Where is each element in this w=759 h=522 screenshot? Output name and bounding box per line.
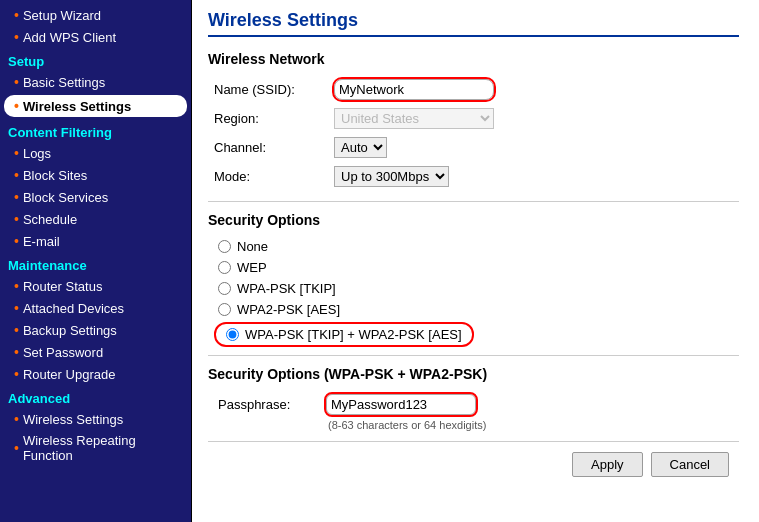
sidebar-item-setup-wizard[interactable]: • Setup Wizard: [0, 4, 191, 26]
sidebar-item-router-status[interactable]: • Router Status: [0, 275, 191, 297]
radio-wpa-wpa2-input[interactable]: [226, 328, 239, 341]
sidebar-item-label: Basic Settings: [23, 75, 105, 90]
region-label: Region:: [208, 104, 328, 133]
sidebar-section-advanced: Advanced: [0, 385, 191, 408]
sidebar-item-label: Setup Wizard: [23, 8, 101, 23]
bullet-icon: •: [14, 211, 19, 227]
ssid-circled-input: [334, 79, 494, 100]
channel-value-cell: Auto 1234 5678 91011: [328, 133, 739, 162]
security-options-section: Security Options None WEP WPA-PSK [TKIP]…: [208, 201, 739, 349]
bullet-icon: •: [14, 440, 19, 456]
radio-wpa2-psk-aes: WPA2-PSK [AES]: [208, 299, 739, 320]
bullet-icon: •: [14, 233, 19, 249]
passphrase-row: Passphrase:: [208, 390, 739, 419]
ssid-label: Name (SSID):: [208, 75, 328, 104]
sidebar-item-router-upgrade[interactable]: • Router Upgrade: [0, 363, 191, 385]
channel-select[interactable]: Auto 1234 5678 91011: [334, 137, 387, 158]
radio-wpa-psk-tkip: WPA-PSK [TKIP]: [208, 278, 739, 299]
sidebar-item-label: Wireless Settings: [23, 99, 131, 114]
sidebar-section-maintenance: Maintenance: [0, 252, 191, 275]
passphrase-hint: (8-63 characters or 64 hexdigits): [208, 419, 739, 431]
sidebar-section-content-filtering: Content Filtering: [0, 119, 191, 142]
apply-button[interactable]: Apply: [572, 452, 643, 477]
sidebar-item-label: Wireless Settings: [23, 412, 123, 427]
sidebar-item-wireless-repeating[interactable]: • Wireless Repeating Function: [0, 430, 191, 466]
bullet-icon: •: [14, 74, 19, 90]
ssid-row: Name (SSID):: [208, 75, 739, 104]
sidebar-item-backup-settings[interactable]: • Backup Settings: [0, 319, 191, 341]
sidebar-item-schedule[interactable]: • Schedule: [0, 208, 191, 230]
radio-wep-label: WEP: [237, 260, 267, 275]
bullet-icon: •: [14, 344, 19, 360]
channel-row: Channel: Auto 1234 5678 91011: [208, 133, 739, 162]
security-options-bottom-title: Security Options (WPA-PSK + WPA2-PSK): [208, 366, 739, 382]
sidebar-item-adv-wireless-settings[interactable]: • Wireless Settings: [0, 408, 191, 430]
sidebar: • Setup Wizard • Add WPS Client Setup • …: [0, 0, 192, 522]
sidebar-item-label: Block Services: [23, 190, 108, 205]
mode-label: Mode:: [208, 162, 328, 191]
sidebar-item-set-password[interactable]: • Set Password: [0, 341, 191, 363]
sidebar-item-block-services[interactable]: • Block Services: [0, 186, 191, 208]
region-value-cell: United States: [328, 104, 739, 133]
sidebar-item-label: E-mail: [23, 234, 60, 249]
mode-select[interactable]: Up to 300Mbps Up to 54Mbps Up to 130Mbps: [334, 166, 449, 187]
radio-none-label: None: [237, 239, 268, 254]
sidebar-section-setup: Setup: [0, 48, 191, 71]
wireless-network-section-title: Wireless Network: [208, 51, 739, 67]
sidebar-item-wireless-settings[interactable]: • Wireless Settings: [4, 95, 187, 117]
radio-wpa2-psk-aes-input[interactable]: [218, 303, 231, 316]
sidebar-item-add-wps-client[interactable]: • Add WPS Client: [0, 26, 191, 48]
sidebar-item-logs[interactable]: • Logs: [0, 142, 191, 164]
sidebar-item-label: Logs: [23, 146, 51, 161]
security-options-passphrase-section: Security Options (WPA-PSK + WPA2-PSK) Pa…: [208, 355, 739, 431]
sidebar-item-label: Wireless Repeating Function: [23, 433, 183, 463]
bullet-icon: •: [14, 366, 19, 382]
sidebar-item-label: Block Sites: [23, 168, 87, 183]
passphrase-circled: [326, 394, 476, 415]
sidebar-item-label: Add WPS Client: [23, 30, 116, 45]
region-row: Region: United States: [208, 104, 739, 133]
sidebar-item-email[interactable]: • E-mail: [0, 230, 191, 252]
page-title: Wireless Settings: [208, 10, 739, 37]
bullet-icon: •: [14, 300, 19, 316]
bullet-icon: •: [14, 322, 19, 338]
main-content: Wireless Settings Wireless Network Name …: [192, 0, 759, 522]
security-options-title: Security Options: [208, 212, 739, 228]
bullet-icon: •: [14, 189, 19, 205]
sidebar-item-label: Attached Devices: [23, 301, 124, 316]
passphrase-input[interactable]: [326, 394, 476, 415]
sidebar-item-label: Router Upgrade: [23, 367, 116, 382]
region-select[interactable]: United States: [334, 108, 494, 129]
ssid-value-cell: [328, 75, 739, 104]
radio-none: None: [208, 236, 739, 257]
sidebar-item-label: Set Password: [23, 345, 103, 360]
bullet-icon: •: [14, 98, 19, 114]
radio-wep: WEP: [208, 257, 739, 278]
wireless-network-form: Name (SSID): Region: United States Chann…: [208, 75, 739, 191]
bullet-icon: •: [14, 278, 19, 294]
bullet-icon: •: [14, 167, 19, 183]
passphrase-label: Passphrase:: [218, 397, 318, 412]
radio-none-input[interactable]: [218, 240, 231, 253]
mode-value-cell: Up to 300Mbps Up to 54Mbps Up to 130Mbps: [328, 162, 739, 191]
radio-wpa-wpa2-highlighted: WPA-PSK [TKIP] + WPA2-PSK [AES]: [214, 322, 474, 347]
bullet-icon: •: [14, 145, 19, 161]
radio-wpa-wpa2-label: WPA-PSK [TKIP] + WPA2-PSK [AES]: [245, 327, 462, 342]
ssid-input[interactable]: [334, 79, 494, 100]
mode-row: Mode: Up to 300Mbps Up to 54Mbps Up to 1…: [208, 162, 739, 191]
channel-label: Channel:: [208, 133, 328, 162]
radio-wep-input[interactable]: [218, 261, 231, 274]
sidebar-item-block-sites[interactable]: • Block Sites: [0, 164, 191, 186]
sidebar-item-label: Router Status: [23, 279, 103, 294]
bullet-icon: •: [14, 7, 19, 23]
radio-wpa2-psk-aes-label: WPA2-PSK [AES]: [237, 302, 340, 317]
cancel-button[interactable]: Cancel: [651, 452, 729, 477]
sidebar-item-attached-devices[interactable]: • Attached Devices: [0, 297, 191, 319]
sidebar-item-basic-settings[interactable]: • Basic Settings: [0, 71, 191, 93]
button-row: Apply Cancel: [208, 441, 739, 481]
bullet-icon: •: [14, 29, 19, 45]
radio-wpa-psk-tkip-input[interactable]: [218, 282, 231, 295]
sidebar-item-label: Schedule: [23, 212, 77, 227]
sidebar-item-label: Backup Settings: [23, 323, 117, 338]
bullet-icon: •: [14, 411, 19, 427]
